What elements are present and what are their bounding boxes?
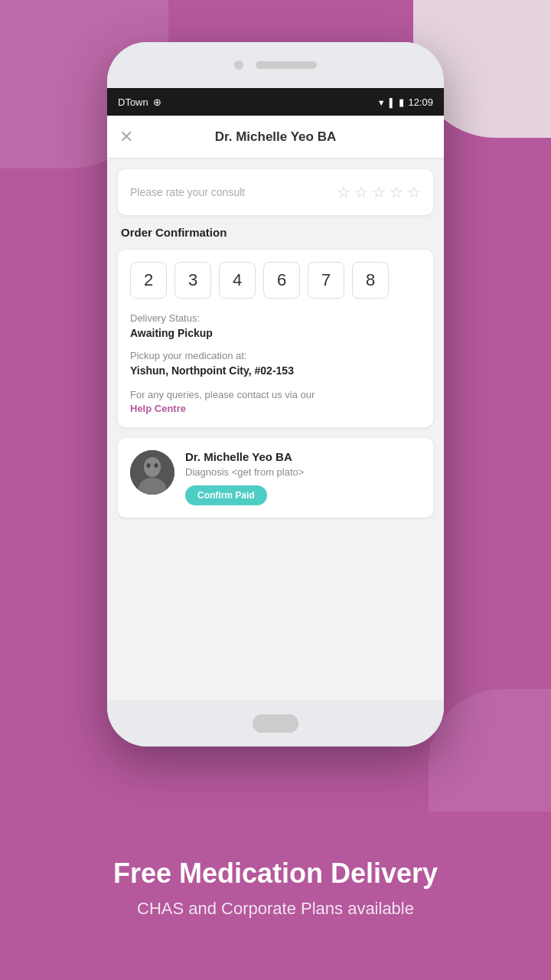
star-3[interactable]: ☆ [372, 183, 386, 201]
svg-point-3 [147, 463, 151, 468]
star-rating[interactable]: ☆ ☆ ☆ ☆ ☆ [337, 183, 421, 201]
doctor-diagnosis: Diagnosis <get from plato> [185, 466, 421, 478]
order-numbers: 2 3 4 6 7 8 [130, 262, 421, 299]
order-num-5: 7 [308, 262, 344, 299]
bottom-subtitle: CHAS and Corporate Plans available [137, 899, 414, 919]
phone-mockup: DTown ⊕ 12:09 ✕ Dr. Michelle Yeo BA Plea… [107, 42, 444, 746]
svg-point-4 [155, 463, 158, 468]
carrier-name: DTown [118, 96, 148, 108]
delivery-status-value: Awaiting Pickup [130, 327, 421, 339]
avatar-image [130, 450, 174, 495]
rating-card: Please rate your consult ☆ ☆ ☆ ☆ ☆ [118, 169, 433, 215]
close-button[interactable]: ✕ [119, 127, 133, 147]
app-header: ✕ Dr. Michelle Yeo BA [107, 116, 444, 158]
rating-label: Please rate your consult [130, 186, 245, 198]
order-num-1: 2 [130, 262, 167, 299]
bottom-title: Free Medication Delivery [113, 858, 438, 890]
pickup-label: Pickup your medication at: [130, 350, 421, 361]
order-num-6: 8 [352, 262, 389, 299]
doctor-name: Dr. Michelle Yeo BA [185, 450, 421, 463]
time-display: 12:09 [408, 96, 433, 108]
page-title: Dr. Michelle Yeo BA [215, 129, 336, 145]
status-left: DTown ⊕ [118, 96, 161, 108]
phone-bezel-bottom [107, 701, 444, 746]
main-content: Please rate your consult ☆ ☆ ☆ ☆ ☆ Order… [107, 158, 444, 701]
phone-bezel-top [107, 42, 444, 88]
star-4[interactable]: ☆ [390, 183, 403, 201]
star-1[interactable]: ☆ [337, 183, 350, 201]
home-button[interactable] [253, 714, 298, 733]
speaker-bar [256, 61, 317, 69]
query-section: For any queries, please contact us via o… [130, 387, 421, 415]
doctor-avatar [130, 450, 174, 495]
delivery-status-label: Delivery Status: [130, 312, 421, 324]
network-icon: ⊕ [153, 96, 161, 108]
order-num-4: 6 [263, 262, 300, 299]
star-5[interactable]: ☆ [407, 183, 421, 201]
bottom-section: Free Medication Delivery CHAS and Corpor… [0, 796, 551, 980]
query-text: For any queries, please contact us via o… [130, 389, 315, 400]
help-centre-link[interactable]: Help Centre [130, 403, 186, 414]
order-confirmation-card: 2 3 4 6 7 8 Delivery Status: Awaiting Pi… [118, 250, 433, 427]
order-section-label: Order Confirmation [118, 226, 433, 239]
confirm-paid-button[interactable]: Confirm Paid [185, 485, 267, 505]
bg-decoration-bottom-right [429, 689, 551, 812]
doctor-info: Dr. Michelle Yeo BA Diagnosis <get from … [185, 450, 421, 505]
signal-icon [390, 96, 396, 108]
order-num-2: 3 [174, 262, 211, 299]
avatar-svg [130, 450, 174, 495]
wifi-icon [377, 96, 386, 108]
screen: ✕ Dr. Michelle Yeo BA Please rate your c… [107, 116, 444, 701]
status-right: 12:09 [377, 96, 433, 108]
pickup-value: Yishun, Northpoint City, #02-153 [130, 364, 421, 377]
status-bar: DTown ⊕ 12:09 [107, 88, 444, 116]
order-num-3: 4 [219, 262, 256, 299]
svg-point-1 [144, 457, 161, 477]
star-2[interactable]: ☆ [354, 183, 368, 201]
doctor-card: Dr. Michelle Yeo BA Diagnosis <get from … [118, 438, 433, 518]
camera-dot [234, 60, 243, 70]
battery-icon [399, 96, 404, 108]
